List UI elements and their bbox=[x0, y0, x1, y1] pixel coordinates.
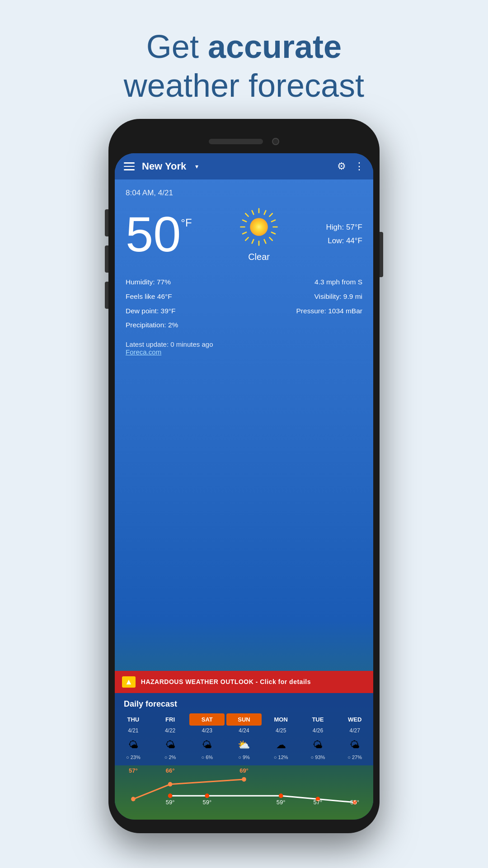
svg-line-9 bbox=[272, 232, 275, 234]
weather-content: 8:04 AM, 4/21 50 °F bbox=[115, 179, 373, 671]
low-temp: Low: 44°F bbox=[326, 234, 362, 248]
day-name: FRI bbox=[153, 713, 188, 726]
page-header: Get accurate weather forecast bbox=[106, 0, 382, 119]
forecast-day-col[interactable]: FRI4/22🌤○ 2% bbox=[152, 713, 189, 765]
chart-temp-cell: 59° bbox=[263, 767, 300, 806]
chart-low-temp: 59° bbox=[188, 799, 225, 806]
svg-point-16 bbox=[250, 218, 268, 236]
app-bar: New York ▾ ⚙ ⋮ bbox=[115, 153, 373, 179]
feels-like-detail: Feels like 46°F bbox=[126, 290, 244, 303]
temperature-display: 50 °F bbox=[126, 209, 192, 259]
forecast-section: Daily forecast THU4/21🌤○ 23%FRI4/22🌤○ 2%… bbox=[115, 693, 373, 820]
datetime-display: 8:04 AM, 4/21 bbox=[126, 189, 362, 198]
weather-icon-container: Clear bbox=[239, 207, 279, 262]
chart-high-temp: 69° bbox=[225, 767, 263, 774]
condition-text: Clear bbox=[248, 252, 270, 262]
svg-line-4 bbox=[245, 213, 248, 216]
alert-message: HAZARDOUS WEATHER OUTLOOK - Click for de… bbox=[141, 678, 311, 685]
forecast-day-col[interactable]: WED4/27🌤○ 27% bbox=[336, 713, 373, 765]
day-weather-icon: ☁ bbox=[273, 738, 289, 752]
header-bold: accurate bbox=[208, 28, 342, 65]
day-weather-icon: 🌤 bbox=[199, 738, 215, 752]
day-precip: ○ 12% bbox=[274, 755, 288, 760]
wind-detail: 4.3 mph from S bbox=[244, 276, 362, 288]
hamburger-menu-button[interactable] bbox=[124, 162, 135, 170]
chart-temp-cell: 57° bbox=[115, 767, 152, 806]
foreca-link[interactable]: Foreca.com bbox=[126, 348, 362, 356]
chart-low-temp: 59° bbox=[152, 799, 189, 806]
day-weather-icon: 🌤 bbox=[310, 738, 326, 752]
forecast-day-col[interactable]: SUN4/24⛅○ 9% bbox=[225, 713, 263, 765]
day-date: 4/25 bbox=[276, 727, 286, 734]
main-weather-row: 50 °F bbox=[126, 207, 362, 262]
pressure-detail: Pressure: 1034 mBar bbox=[244, 305, 362, 317]
chart-temp-cell: 66°59° bbox=[152, 767, 189, 806]
day-name: MON bbox=[263, 713, 299, 726]
day-date: 4/23 bbox=[202, 727, 212, 734]
svg-line-10 bbox=[252, 211, 254, 214]
svg-line-14 bbox=[264, 211, 266, 214]
forecast-day-col[interactable]: THU4/21🌤○ 23% bbox=[115, 713, 152, 765]
day-precip: ○ 93% bbox=[311, 755, 325, 760]
day-precip: ○ 9% bbox=[238, 755, 250, 760]
chart-temp-cell: 57° bbox=[300, 767, 337, 806]
forecast-days-grid: THU4/21🌤○ 23%FRI4/22🌤○ 2%SAT4/23🌤○ 6%SUN… bbox=[115, 713, 373, 765]
chart-low-temp: 59° bbox=[263, 799, 300, 806]
svg-line-5 bbox=[269, 237, 272, 240]
forecast-title: Daily forecast bbox=[115, 693, 373, 713]
chart-temp-cell: 69° bbox=[225, 767, 263, 806]
svg-line-8 bbox=[243, 220, 246, 222]
day-date: 4/22 bbox=[165, 727, 175, 734]
chart-temp-labels: 57°66°59°59°69°59°57°55° bbox=[115, 765, 373, 807]
day-weather-icon: 🌤 bbox=[125, 738, 141, 752]
chart-temp-cell: 59° bbox=[188, 767, 225, 806]
svg-line-11 bbox=[264, 240, 266, 243]
day-date: 4/27 bbox=[349, 727, 360, 734]
header-line1: Get bbox=[146, 28, 208, 65]
settings-icon[interactable]: ⚙ bbox=[337, 160, 346, 172]
svg-line-13 bbox=[243, 232, 246, 234]
latest-update-text: Latest update: 0 minutes ago bbox=[126, 340, 362, 348]
temperature-unit: °F bbox=[181, 217, 192, 229]
day-date: 4/24 bbox=[239, 727, 249, 734]
forecast-day-col[interactable]: MON4/25☁○ 12% bbox=[263, 713, 300, 765]
precipitation-detail: Precipitation: 2% bbox=[126, 319, 244, 331]
forecast-day-col[interactable]: SAT4/23🌤○ 6% bbox=[188, 713, 225, 765]
header-line2: weather forecast bbox=[124, 67, 364, 104]
svg-line-15 bbox=[252, 240, 254, 243]
temperature-value: 50 bbox=[126, 209, 181, 259]
chart-low-temp: 57° bbox=[300, 799, 337, 806]
svg-line-7 bbox=[245, 237, 248, 240]
day-precip: ○ 23% bbox=[126, 755, 141, 760]
more-options-icon[interactable]: ⋮ bbox=[354, 160, 364, 172]
update-info: Latest update: 0 minutes ago Foreca.com bbox=[126, 340, 362, 356]
day-name: WED bbox=[337, 713, 372, 726]
day-name: SUN bbox=[226, 713, 262, 726]
humidity-detail: Humidity: 77% bbox=[126, 276, 244, 288]
svg-line-12 bbox=[272, 220, 275, 222]
day-name: SAT bbox=[189, 713, 225, 726]
day-precip: ○ 27% bbox=[347, 755, 362, 760]
day-date: 4/21 bbox=[128, 727, 138, 734]
forecast-day-col[interactable]: TUE4/26🌤○ 93% bbox=[300, 713, 337, 765]
chart-high-temp: 57° bbox=[115, 767, 152, 774]
phone-speaker bbox=[209, 139, 263, 144]
day-precip: ○ 6% bbox=[201, 755, 213, 760]
app-bar-left: New York ▾ bbox=[124, 160, 198, 172]
alert-banner[interactable]: ▲ HAZARDOUS WEATHER OUTLOOK - Click for … bbox=[115, 671, 373, 693]
phone-notch bbox=[115, 132, 373, 151]
chart-low-temp: 55° bbox=[336, 799, 373, 806]
day-name: THU bbox=[116, 713, 151, 726]
day-weather-icon: 🌤 bbox=[162, 738, 178, 752]
city-name[interactable]: New York bbox=[142, 160, 186, 172]
day-date: 4/26 bbox=[313, 727, 323, 734]
high-low-display: High: 57°F Low: 44°F bbox=[326, 221, 362, 248]
temp-chart-area: 57°66°59°59°69°59°57°55° bbox=[115, 765, 373, 820]
high-temp: High: 57°F bbox=[326, 221, 362, 235]
day-precip: ○ 2% bbox=[164, 755, 176, 760]
dropdown-arrow-icon[interactable]: ▾ bbox=[195, 163, 198, 170]
chart-temp-cell: 55° bbox=[336, 767, 373, 806]
visibility-detail: Visibility: 9.9 mi bbox=[244, 290, 362, 303]
sun-icon bbox=[239, 207, 279, 247]
chart-high-temp: 66° bbox=[152, 767, 189, 774]
